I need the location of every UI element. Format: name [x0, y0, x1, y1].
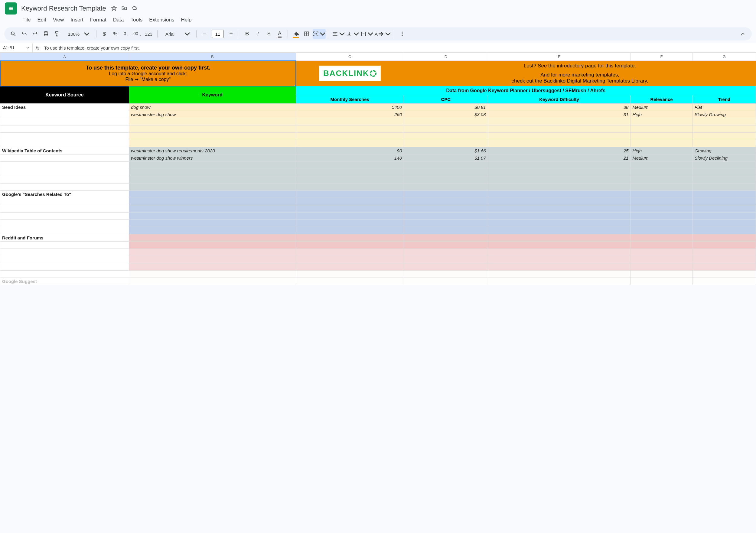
table-cell[interactable] — [296, 118, 404, 125]
table-cell[interactable]: 5400 — [296, 104, 404, 111]
table-cell[interactable] — [296, 278, 404, 285]
table-cell[interactable] — [488, 183, 631, 191]
table-cell[interactable] — [631, 169, 692, 176]
table-cell[interactable] — [404, 118, 488, 125]
table-cell[interactable] — [0, 111, 129, 118]
name-box[interactable]: A1:B1 — [0, 43, 33, 52]
table-cell[interactable] — [488, 118, 631, 125]
table-cell[interactable]: westminster dog show requirements 2020 — [129, 147, 296, 154]
table-cell[interactable] — [631, 191, 692, 198]
table-cell[interactable] — [488, 256, 631, 263]
table-cell[interactable]: Flat — [692, 104, 756, 111]
table-cell[interactable] — [129, 242, 296, 249]
menu-insert[interactable]: Insert — [68, 16, 87, 24]
table-cell[interactable] — [0, 154, 129, 162]
increase-font-icon[interactable]: + — [226, 29, 236, 39]
table-cell[interactable] — [296, 263, 404, 271]
col-header-g[interactable]: G — [692, 53, 756, 61]
header-keyword[interactable]: Keyword — [129, 86, 296, 104]
table-cell[interactable] — [0, 205, 129, 213]
table-cell[interactable] — [631, 118, 692, 125]
table-cell[interactable] — [631, 220, 692, 227]
table-cell[interactable] — [488, 278, 631, 285]
table-cell[interactable] — [129, 213, 296, 220]
table-cell[interactable] — [296, 198, 404, 205]
table-cell[interactable]: 21 — [488, 154, 631, 162]
move-icon[interactable] — [121, 5, 127, 12]
table-cell[interactable] — [631, 176, 692, 183]
table-cell[interactable] — [404, 249, 488, 256]
table-cell[interactable]: 90 — [296, 147, 404, 154]
table-cell[interactable] — [692, 227, 756, 234]
table-cell[interactable] — [692, 183, 756, 191]
table-cell[interactable]: 25 — [488, 147, 631, 154]
vertical-align-icon[interactable] — [346, 29, 359, 39]
table-cell[interactable] — [404, 213, 488, 220]
table-cell[interactable] — [404, 271, 488, 278]
table-cell[interactable] — [488, 125, 631, 133]
paint-format-icon[interactable] — [52, 29, 62, 39]
table-cell[interactable] — [404, 169, 488, 176]
table-cell[interactable]: westminster dog show winners — [129, 154, 296, 162]
table-cell[interactable] — [692, 169, 756, 176]
table-cell[interactable] — [404, 227, 488, 234]
menu-data[interactable]: Data — [110, 16, 127, 24]
header-keyword-source[interactable]: Keyword Source — [0, 86, 129, 104]
table-cell[interactable] — [488, 198, 631, 205]
table-cell[interactable] — [0, 249, 129, 256]
header-cpc[interactable]: CPC — [404, 95, 488, 104]
table-cell[interactable]: 38 — [488, 104, 631, 111]
section-suggest[interactable]: Google Suggest — [0, 278, 129, 285]
table-cell[interactable]: 31 — [488, 111, 631, 118]
table-cell[interactable] — [129, 191, 296, 198]
table-cell[interactable] — [129, 278, 296, 285]
table-cell[interactable] — [692, 220, 756, 227]
table-cell[interactable] — [488, 191, 631, 198]
table-cell[interactable] — [129, 271, 296, 278]
table-cell[interactable] — [296, 271, 404, 278]
table-cell[interactable]: Medium — [631, 154, 692, 162]
table-cell[interactable] — [296, 125, 404, 133]
header-relevance[interactable]: Relevance — [631, 95, 692, 104]
table-cell[interactable]: Slowly Declining — [692, 154, 756, 162]
table-cell[interactable] — [631, 198, 692, 205]
table-cell[interactable] — [488, 140, 631, 147]
table-cell[interactable] — [129, 118, 296, 125]
collapse-toolbar-icon[interactable] — [738, 29, 747, 39]
sheet-grid[interactable]: A B C D E F G To use this template, crea… — [0, 53, 756, 285]
decrease-decimal-icon[interactable]: .0← — [121, 29, 131, 39]
table-cell[interactable] — [404, 256, 488, 263]
table-cell[interactable] — [692, 162, 756, 169]
table-cell[interactable] — [0, 125, 129, 133]
table-cell[interactable] — [0, 220, 129, 227]
table-cell[interactable] — [692, 263, 756, 271]
col-header-d[interactable]: D — [404, 53, 488, 61]
fill-color-icon[interactable] — [291, 29, 301, 39]
table-cell[interactable] — [0, 256, 129, 263]
decrease-font-icon[interactable]: − — [200, 29, 209, 39]
table-cell[interactable] — [129, 133, 296, 140]
table-cell[interactable] — [404, 183, 488, 191]
table-cell[interactable] — [0, 213, 129, 220]
table-cell[interactable] — [296, 169, 404, 176]
table-cell[interactable] — [404, 176, 488, 183]
star-icon[interactable] — [111, 5, 117, 12]
table-cell[interactable] — [631, 263, 692, 271]
font-size-input[interactable] — [212, 30, 224, 38]
percent-icon[interactable]: % — [110, 29, 120, 39]
borders-icon[interactable] — [302, 29, 311, 39]
table-cell[interactable] — [0, 176, 129, 183]
table-cell[interactable]: Medium — [631, 104, 692, 111]
table-cell[interactable] — [404, 191, 488, 198]
table-cell[interactable] — [404, 242, 488, 249]
strikethrough-icon[interactable]: S — [264, 29, 274, 39]
table-cell[interactable] — [631, 213, 692, 220]
table-cell[interactable]: 260 — [296, 111, 404, 118]
table-cell[interactable] — [129, 205, 296, 213]
table-cell[interactable] — [488, 242, 631, 249]
table-cell[interactable] — [129, 249, 296, 256]
italic-icon[interactable]: I — [253, 29, 263, 39]
table-cell[interactable] — [404, 133, 488, 140]
table-cell[interactable] — [488, 234, 631, 242]
print-icon[interactable] — [41, 29, 51, 39]
